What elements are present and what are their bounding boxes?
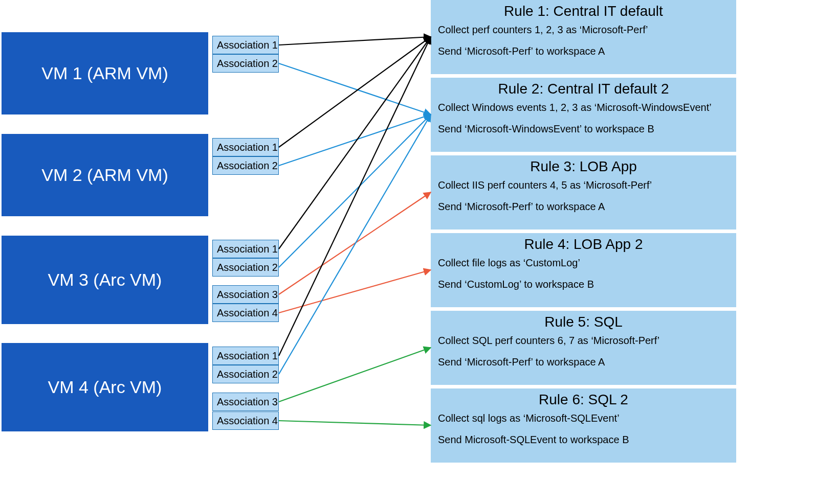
rule-collect-line: Collect IIS perf counters 4, 5 as ‘Micro…	[438, 179, 729, 191]
rule-box-1: Rule 1: Central IT default Collect perf …	[431, 0, 736, 74]
rule-send-line: Send ‘Microsoft-WindowsEvent’ to workspa…	[438, 123, 729, 135]
rule-box-3: Rule 3: LOB App Collect IIS perf counter…	[431, 155, 736, 230]
arrow-line	[279, 37, 431, 249]
rule-box-5: Rule 5: SQL Collect SQL perf counters 6,…	[431, 311, 736, 385]
vm-box-3: VM 3 (Arc VM)	[2, 236, 208, 324]
vm-label: VM 4 (Arc VM)	[48, 377, 162, 397]
vm2-assoc-1: Association 1	[212, 138, 279, 156]
arrow-line	[279, 37, 431, 147]
vm4-assoc-3: Association 3	[212, 393, 279, 411]
rule-title: Rule 4: LOB App 2	[438, 236, 729, 253]
vm-box-4: VM 4 (Arc VM)	[2, 343, 208, 431]
rule-collect-line: Collect sql logs as ‘Microsoft-SQLEvent’	[438, 412, 729, 424]
arrow-line	[279, 192, 431, 294]
vm3-assoc-3: Association 3	[212, 285, 279, 304]
rule-title: Rule 1: Central IT default	[438, 3, 729, 19]
rule-title: Rule 5: SQL	[438, 314, 729, 330]
arrow-line	[279, 37, 431, 356]
vm-label: VM 3 (Arc VM)	[48, 270, 162, 290]
vm3-assoc-2: Association 2	[212, 258, 279, 277]
vm2-assoc-2: Association 2	[212, 156, 279, 175]
vm-label: VM 1 (ARM VM)	[41, 63, 168, 83]
rule-collect-line: Collect Windows events 1, 2, 3 as ‘Micro…	[438, 101, 729, 113]
arrow-line	[279, 114, 431, 374]
arrow-line	[279, 421, 431, 425]
rule-send-line: Send ‘CustomLog’ to workspace B	[438, 278, 729, 290]
arrow-line	[279, 37, 431, 45]
arrow-line	[279, 348, 431, 402]
rule-box-4: Rule 4: LOB App 2 Collect file logs as ‘…	[431, 233, 736, 307]
rule-title: Rule 6: SQL 2	[438, 392, 729, 408]
vm-label: VM 2 (ARM VM)	[41, 165, 168, 185]
vm1-assoc-2: Association 2	[212, 54, 279, 73]
vm3-assoc-4: Association 4	[212, 304, 279, 322]
vm1-assoc-1: Association 1	[212, 36, 279, 54]
arrow-line	[279, 63, 431, 114]
rule-title: Rule 2: Central IT default 2	[438, 81, 729, 97]
rule-send-line: Send Microsoft-SQLEvent to workspace B	[438, 433, 729, 446]
arrow-line	[279, 114, 431, 166]
rule-collect-line: Collect SQL perf counters 6, 7 as ‘Micro…	[438, 334, 729, 347]
rule-box-6: Rule 6: SQL 2 Collect sql logs as ‘Micro…	[431, 388, 736, 463]
vm3-assoc-1: Association 1	[212, 240, 279, 258]
vm-box-2: VM 2 (ARM VM)	[2, 134, 208, 216]
vm4-assoc-4: Association 4	[212, 411, 279, 430]
rule-collect-line: Collect perf counters 1, 2, 3 as ‘Micros…	[438, 24, 729, 36]
rule-send-line: Send ‘Microsoft-Perf’ to workspace A	[438, 45, 729, 57]
arrow-line	[279, 270, 431, 313]
vm4-assoc-1: Association 1	[212, 347, 279, 365]
vm-box-1: VM 1 (ARM VM)	[2, 32, 208, 114]
rule-send-line: Send ‘Microsoft-Perf’ to workspace A	[438, 356, 729, 368]
rule-box-2: Rule 2: Central IT default 2 Collect Win…	[431, 78, 736, 152]
vm4-assoc-2: Association 2	[212, 365, 279, 383]
arrow-line	[279, 114, 431, 267]
rule-title: Rule 3: LOB App	[438, 158, 729, 175]
rule-send-line: Send ‘Microsoft-Perf’ to workspace A	[438, 200, 729, 213]
diagram-canvas: VM 1 (ARM VM) VM 2 (ARM VM) VM 3 (Arc VM…	[0, 0, 816, 504]
rule-collect-line: Collect file logs as ‘CustomLog’	[438, 257, 729, 269]
